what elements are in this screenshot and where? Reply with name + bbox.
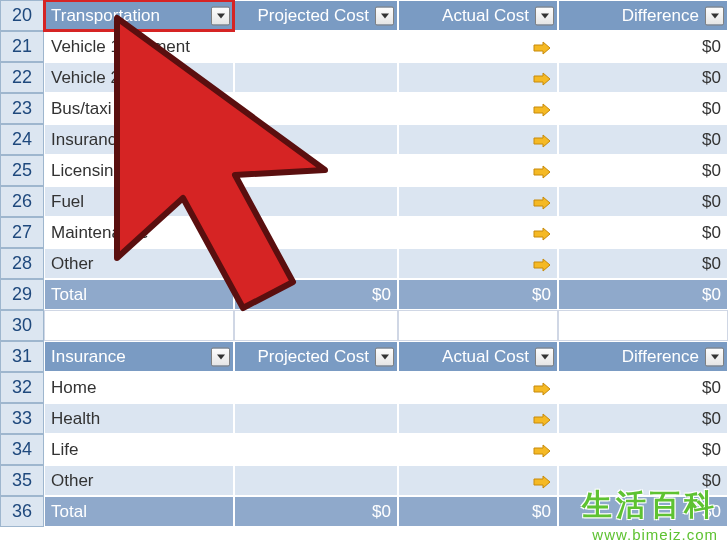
row-header[interactable]: 35: [0, 465, 44, 496]
projected-cell[interactable]: [234, 248, 398, 279]
row-header[interactable]: 30: [0, 310, 44, 341]
row-header[interactable]: 24: [0, 124, 44, 155]
row-header[interactable]: 34: [0, 434, 44, 465]
difference-cell[interactable]: $0: [558, 372, 728, 403]
difference-cell[interactable]: $0: [558, 217, 728, 248]
projected-cell[interactable]: [234, 93, 398, 124]
category-cell[interactable]: Home: [44, 372, 234, 403]
total-difference-cell[interactable]: $0: [558, 279, 728, 310]
actual-cell[interactable]: [398, 93, 558, 124]
difference-cell[interactable]: $0: [558, 155, 728, 186]
row-header[interactable]: 26: [0, 186, 44, 217]
category-cell[interactable]: Life: [44, 434, 234, 465]
category-cell[interactable]: Vehicle 2 payment: [44, 62, 234, 93]
projected-cell[interactable]: [234, 217, 398, 248]
projected-cell[interactable]: [234, 434, 398, 465]
empty-cell[interactable]: [558, 310, 728, 341]
actual-cell[interactable]: [398, 155, 558, 186]
total-projected-cell[interactable]: $0: [234, 496, 398, 527]
actual-cell[interactable]: [398, 31, 558, 62]
cell-value: $0: [532, 285, 551, 305]
category-cell[interactable]: Other: [44, 248, 234, 279]
row-header[interactable]: 27: [0, 217, 44, 248]
actual-cell[interactable]: [398, 465, 558, 496]
empty-cell[interactable]: [234, 310, 398, 341]
column-header-category[interactable]: Transportation: [44, 0, 234, 31]
total-label-cell[interactable]: Total: [44, 279, 234, 310]
row-header[interactable]: 36: [0, 496, 44, 527]
right-arrow-icon: [533, 71, 551, 85]
row-header[interactable]: 23: [0, 93, 44, 124]
actual-cell[interactable]: [398, 217, 558, 248]
filter-dropdown-button[interactable]: [211, 6, 230, 25]
filter-dropdown-button[interactable]: [375, 6, 394, 25]
projected-cell[interactable]: [234, 124, 398, 155]
filter-dropdown-button[interactable]: [535, 6, 554, 25]
total-actual-cell[interactable]: $0: [398, 496, 558, 527]
column-header-difference[interactable]: Difference: [558, 0, 728, 31]
row-header[interactable]: 33: [0, 403, 44, 434]
filter-dropdown-button[interactable]: [211, 347, 230, 366]
column-header-category[interactable]: Insurance: [44, 341, 234, 372]
difference-cell[interactable]: $0: [558, 186, 728, 217]
empty-cell[interactable]: [398, 310, 558, 341]
cell-value: Other: [51, 254, 94, 274]
actual-cell[interactable]: [398, 186, 558, 217]
difference-cell[interactable]: $0: [558, 248, 728, 279]
row-header[interactable]: 32: [0, 372, 44, 403]
actual-cell[interactable]: [398, 434, 558, 465]
actual-cell[interactable]: [398, 372, 558, 403]
actual-cell[interactable]: [398, 124, 558, 155]
projected-cell[interactable]: [234, 465, 398, 496]
filter-dropdown-button[interactable]: [375, 347, 394, 366]
right-arrow-icon: [533, 412, 551, 426]
category-cell[interactable]: Vehicle 1 payment: [44, 31, 234, 62]
column-header-projected[interactable]: Projected Cost: [234, 341, 398, 372]
projected-cell[interactable]: [234, 186, 398, 217]
column-header-projected[interactable]: Projected Cost: [234, 0, 398, 31]
total-actual-cell[interactable]: $0: [398, 279, 558, 310]
spreadsheet-grid: 20TransportationProjected CostActual Cos…: [0, 0, 728, 527]
difference-cell[interactable]: $0: [558, 62, 728, 93]
projected-cell[interactable]: [234, 372, 398, 403]
difference-cell[interactable]: $0: [558, 434, 728, 465]
row-header[interactable]: 25: [0, 155, 44, 186]
total-label-cell[interactable]: Total: [44, 496, 234, 527]
projected-cell[interactable]: [234, 62, 398, 93]
cell-value: $0: [532, 502, 551, 522]
row-header[interactable]: 28: [0, 248, 44, 279]
category-cell[interactable]: Other: [44, 465, 234, 496]
row-header[interactable]: 31: [0, 341, 44, 372]
projected-cell[interactable]: [234, 31, 398, 62]
filter-dropdown-button[interactable]: [705, 6, 724, 25]
total-projected-cell[interactable]: $0: [234, 279, 398, 310]
projected-cell[interactable]: [234, 155, 398, 186]
column-header-actual[interactable]: Actual Cost: [398, 341, 558, 372]
category-cell[interactable]: Fuel: [44, 186, 234, 217]
category-cell[interactable]: Maintenance: [44, 217, 234, 248]
category-cell[interactable]: Insurance: [44, 124, 234, 155]
row-header[interactable]: 29: [0, 279, 44, 310]
row-header[interactable]: 22: [0, 62, 44, 93]
category-cell[interactable]: Bus/taxi fare: [44, 93, 234, 124]
cell-value: Bus/taxi fare: [51, 99, 146, 119]
difference-cell[interactable]: $0: [558, 403, 728, 434]
row-header[interactable]: 21: [0, 31, 44, 62]
actual-cell[interactable]: [398, 62, 558, 93]
column-header-difference[interactable]: Difference: [558, 341, 728, 372]
category-cell[interactable]: Licensing: [44, 155, 234, 186]
category-cell[interactable]: Health: [44, 403, 234, 434]
difference-cell[interactable]: $0: [558, 124, 728, 155]
projected-cell[interactable]: [234, 403, 398, 434]
actual-cell[interactable]: [398, 403, 558, 434]
filter-dropdown-button[interactable]: [535, 347, 554, 366]
column-header-actual[interactable]: Actual Cost: [398, 0, 558, 31]
filter-dropdown-button[interactable]: [705, 347, 724, 366]
difference-cell[interactable]: $0: [558, 93, 728, 124]
total-difference-cell[interactable]: $0: [558, 496, 728, 527]
difference-cell[interactable]: $0: [558, 31, 728, 62]
actual-cell[interactable]: [398, 248, 558, 279]
empty-cell[interactable]: [44, 310, 234, 341]
difference-cell[interactable]: $0: [558, 465, 728, 496]
row-header[interactable]: 20: [0, 0, 44, 31]
